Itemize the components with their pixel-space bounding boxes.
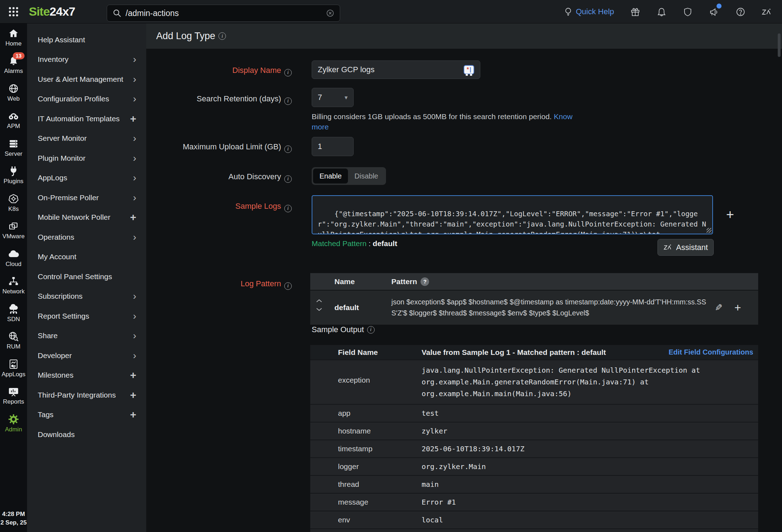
table-row: env local bbox=[310, 511, 758, 528]
enable-option[interactable]: Enable bbox=[313, 169, 348, 183]
rail-item-sdn[interactable]: SDN bbox=[0, 299, 27, 327]
clear-search-icon[interactable] bbox=[326, 9, 334, 17]
assistant-button[interactable]: Assistant bbox=[657, 239, 714, 256]
quick-help-button[interactable]: Quick Help bbox=[564, 7, 614, 16]
sidebar-item-control-panel-settings[interactable]: Control Panel Settings bbox=[27, 267, 146, 287]
page-title: Add Log Type bbox=[156, 31, 215, 42]
sidebar-item-milestones[interactable]: Milestones bbox=[27, 366, 146, 385]
sidebar-item-developer[interactable]: Developer bbox=[27, 346, 146, 366]
sidebar-item-server-monitor[interactable]: Server Monitor bbox=[27, 129, 146, 149]
vmware-icon bbox=[8, 220, 19, 232]
chevron-down-icon: ▾ bbox=[344, 94, 348, 101]
pattern-help-icon[interactable]: ? bbox=[421, 277, 429, 286]
plus-icon[interactable] bbox=[130, 369, 136, 381]
web-globe-icon bbox=[9, 83, 19, 95]
sidebar-item-on-premise-poller[interactable]: On-Premise Poller bbox=[27, 188, 146, 208]
announcements-megaphone-icon[interactable] bbox=[709, 6, 719, 17]
sidebar-item-third-party-integrations[interactable]: Third-Party Integrations bbox=[27, 385, 146, 405]
sidebar-item-configuration-profiles[interactable]: Configuration Profiles bbox=[27, 89, 146, 109]
rail-item-alarms[interactable]: 13 Alarms bbox=[0, 51, 27, 79]
rail-item-rum[interactable]: RUM bbox=[0, 327, 27, 355]
rail-item-apm[interactable]: APM bbox=[0, 106, 27, 134]
sidebar-item-help-assistant[interactable]: Help Assistant bbox=[27, 30, 146, 50]
quick-help-label: Quick Help bbox=[576, 7, 614, 16]
sidebar-item-applogs[interactable]: AppLogs bbox=[27, 168, 146, 188]
notifications-bell-icon[interactable] bbox=[656, 6, 667, 17]
shield-icon[interactable] bbox=[682, 6, 693, 17]
sidebar-item-plugin-monitor[interactable]: Plugin Monitor bbox=[27, 148, 146, 168]
sidebar-item-subscriptions[interactable]: Subscriptions bbox=[27, 287, 146, 307]
applogs-document-icon bbox=[9, 358, 19, 370]
main-content: Add Log Type i Display Namei Zylker GCP … bbox=[146, 23, 782, 532]
info-icon[interactable]: i bbox=[218, 32, 226, 40]
rail-item-plugins[interactable]: Plugins bbox=[0, 161, 27, 189]
plus-icon[interactable] bbox=[130, 409, 136, 421]
sidebar-item-downloads[interactable]: Downloads bbox=[27, 425, 146, 445]
resize-handle[interactable] bbox=[707, 228, 712, 233]
lightbulb-icon bbox=[564, 7, 573, 16]
edit-pattern-icon[interactable]: ✎ bbox=[715, 302, 723, 313]
chevron-right-icon bbox=[133, 172, 136, 183]
apps-grid-icon[interactable] bbox=[7, 6, 20, 18]
rail-item-web[interactable]: Web bbox=[0, 79, 27, 106]
chevron-right-icon bbox=[133, 330, 136, 341]
info-icon[interactable]: i bbox=[367, 326, 375, 334]
rail-item-k8s[interactable]: K8s bbox=[0, 189, 27, 217]
plus-icon[interactable] bbox=[130, 113, 136, 125]
info-icon[interactable]: i bbox=[284, 145, 292, 153]
info-icon[interactable]: i bbox=[284, 175, 292, 183]
rail-item-server[interactable]: Server bbox=[0, 134, 27, 161]
rail-item-network[interactable]: Network bbox=[0, 272, 27, 299]
display-name-input[interactable]: Zylker GCP logs *| bbox=[312, 60, 480, 79]
apm-binoculars-icon bbox=[8, 110, 19, 122]
sidebar-item-operations[interactable]: Operations bbox=[27, 227, 146, 247]
global-search-input[interactable]: /admin-actions bbox=[107, 5, 340, 22]
disable-option[interactable]: Disable bbox=[348, 169, 385, 183]
rail-item-home[interactable]: Home bbox=[0, 23, 27, 51]
sidebar-item-user-alert-management[interactable]: User & Alert Management bbox=[27, 69, 146, 89]
add-sample-log-button[interactable]: + bbox=[726, 209, 734, 220]
help-circle-icon[interactable] bbox=[735, 6, 746, 17]
sidebar-item-my-account[interactable]: My Account bbox=[27, 247, 146, 267]
zia-assistant-icon[interactable] bbox=[761, 6, 772, 17]
chevron-up-icon bbox=[316, 299, 322, 303]
sidebar-item-share[interactable]: Share bbox=[27, 326, 146, 346]
top-bar: Site24x7 /admin-actions Quick Help bbox=[0, 0, 782, 23]
alarms-bell-icon: 13 bbox=[9, 55, 19, 67]
rail-item-reports[interactable]: Reports bbox=[0, 382, 27, 410]
edit-field-configurations-link[interactable]: Edit Field Configurations bbox=[669, 348, 753, 356]
add-pattern-icon[interactable]: + bbox=[734, 301, 741, 314]
info-icon[interactable]: i bbox=[284, 97, 292, 105]
sidebar-item-report-settings[interactable]: Report Settings bbox=[27, 306, 146, 326]
sample-output-label: Sample Outputi bbox=[312, 325, 375, 334]
plus-icon[interactable] bbox=[130, 211, 136, 223]
rail-item-admin[interactable]: Admin bbox=[0, 409, 27, 437]
info-icon[interactable]: i bbox=[284, 69, 292, 76]
retention-helper-text: Billing considers 1GB uploads as 500MB f… bbox=[312, 111, 575, 132]
module-rail: Home 13 Alarms Web APM bbox=[0, 23, 27, 532]
max-upload-limit-input[interactable]: 1 bbox=[312, 137, 354, 156]
info-icon[interactable]: i bbox=[284, 282, 292, 290]
chevron-right-icon bbox=[133, 74, 136, 85]
sidebar-item-mobile-network-poller[interactable]: Mobile Network Poller bbox=[27, 208, 146, 228]
sidebar-item-inventory[interactable]: Inventory bbox=[27, 50, 146, 70]
sidebar-item-tags[interactable]: Tags bbox=[27, 405, 146, 425]
gift-icon[interactable] bbox=[630, 6, 640, 17]
info-icon[interactable]: i bbox=[284, 205, 292, 212]
search-retention-select[interactable]: 7 ▾ bbox=[312, 88, 354, 107]
chevron-right-icon bbox=[133, 54, 136, 65]
sidebar-item-it-automation-templates[interactable]: IT Automation Templates bbox=[27, 109, 146, 129]
reorder-handle[interactable] bbox=[316, 299, 322, 311]
rail-item-applogs[interactable]: AppLogs bbox=[0, 354, 27, 382]
admin-gear-icon bbox=[8, 413, 19, 425]
chevron-right-icon bbox=[133, 133, 136, 144]
rail-item-vmware[interactable]: VMware bbox=[0, 217, 27, 244]
display-name-value: Zylker GCP logs bbox=[318, 65, 375, 74]
input-language-icon[interactable]: *| bbox=[464, 65, 474, 74]
auto-discovery-label: Auto Discoveryi bbox=[146, 172, 292, 183]
site24x7-logo[interactable]: Site24x7 bbox=[29, 5, 75, 18]
plus-icon[interactable] bbox=[130, 389, 136, 401]
vertical-scrollbar[interactable] bbox=[778, 33, 781, 57]
rail-item-cloud[interactable]: Cloud bbox=[0, 244, 27, 272]
sample-logs-textarea[interactable]: {"@timestamp":"2025-06-10T18:39:14.017Z"… bbox=[312, 195, 713, 234]
